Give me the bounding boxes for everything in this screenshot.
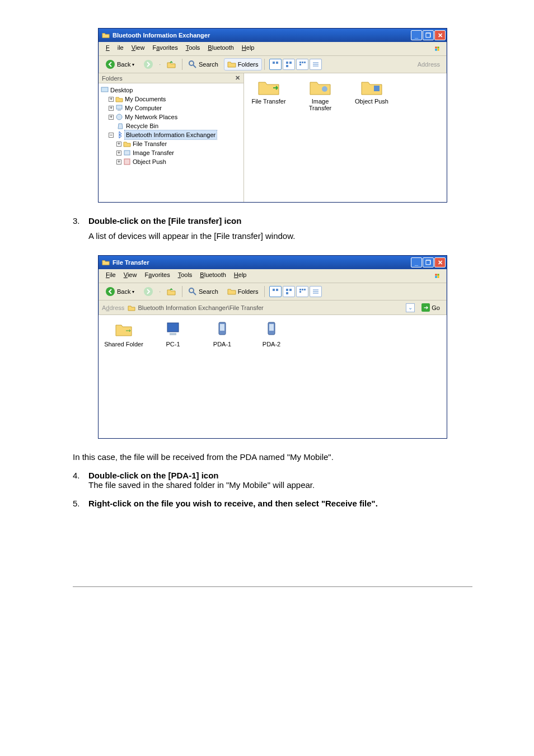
address-bar: Address Bluetooth Information Exchanger\… [99, 300, 447, 315]
menu-file[interactable]: File [102, 270, 120, 281]
view-tiles-button[interactable] [283, 286, 295, 297]
menu-file[interactable]: File [102, 43, 128, 54]
expand-icon[interactable]: + [109, 97, 114, 102]
minimize-button[interactable]: _ [411, 30, 422, 40]
item-label: Shared Folder [104, 341, 143, 348]
maximize-button[interactable]: ❐ [423, 257, 434, 267]
back-label: Back [117, 61, 130, 68]
close-button[interactable]: ✕ [434, 30, 446, 40]
view-list-button[interactable] [310, 59, 322, 70]
collapse-icon[interactable]: − [109, 133, 114, 138]
network-icon [115, 113, 123, 121]
item-pda-1[interactable]: PDA-1 [203, 321, 242, 348]
view-icons-button[interactable] [296, 286, 308, 297]
expand-icon[interactable]: + [109, 106, 114, 111]
svg-line-7 [193, 65, 196, 68]
view-tiles-button[interactable] [283, 59, 295, 70]
step-title: Right-click on the file you wish to rece… [88, 499, 378, 508]
file-transfer-icon [123, 140, 131, 148]
view-thumbnails-button[interactable] [269, 59, 282, 70]
menu-help[interactable]: Help [230, 270, 251, 281]
chevron-down-icon: ▾ [132, 289, 134, 294]
expand-icon[interactable]: + [116, 142, 121, 147]
tree-btex[interactable]: −Bluetooth Information Exchanger [101, 130, 241, 139]
tree-mycomp[interactable]: +My Computer [101, 104, 241, 112]
svg-rect-12 [286, 65, 288, 67]
menu-tools[interactable]: Tools [174, 270, 196, 281]
item-pc-1[interactable]: PC-1 [153, 321, 193, 348]
titlebar[interactable]: File Transfer _ ❐ ✕ [99, 256, 447, 269]
folders-pane: Folders ✕ Desktop +My Documents +My Comp… [99, 73, 244, 202]
menu-bluetooth[interactable]: Bluetooth [196, 270, 230, 281]
forward-button[interactable] [140, 285, 157, 298]
content-pane[interactable]: Shared Folder PC-1 PDA-1 PDA-2 [99, 315, 447, 438]
close-pane-button[interactable]: ✕ [235, 74, 240, 82]
svg-rect-20 [101, 87, 108, 92]
svg-rect-51 [220, 324, 224, 331]
window-title: Bluetooth Information Exchanger [113, 32, 210, 39]
folders-label: Folders [238, 61, 259, 68]
tree-desktop[interactable]: Desktop [101, 86, 241, 95]
address-path[interactable]: Bluetooth Information Exchanger\File Tra… [128, 304, 402, 312]
file-transfer-icon [128, 304, 135, 312]
tree-mynet[interactable]: +My Network Places [101, 112, 241, 121]
file-transfer-icon [102, 259, 110, 266]
view-thumbnails-button[interactable] [269, 286, 282, 297]
step-desc: The file saved in the shared folder in "… [88, 480, 315, 490]
view-icons-button[interactable] [296, 59, 308, 70]
go-button[interactable]: ➔ Go [418, 302, 443, 313]
tree-mydocs[interactable]: +My Documents [101, 95, 241, 104]
tree-recycle[interactable]: Recycle Bin [101, 121, 241, 130]
svg-point-26 [322, 86, 327, 92]
search-button[interactable]: Search [185, 285, 222, 298]
search-button[interactable]: Search [185, 58, 222, 71]
shared-folder-icon [115, 321, 133, 339]
tree-imagetransfer[interactable]: +Image Transfer [101, 148, 241, 157]
back-button[interactable]: Back ▾ [102, 285, 138, 298]
up-button[interactable] [163, 285, 180, 298]
item-label: File Transfer [249, 98, 289, 105]
item-image-transfer[interactable]: Image Transfer [300, 78, 340, 111]
item-label: PDA-1 [203, 341, 242, 348]
chevron-down-icon: ▾ [132, 62, 134, 67]
item-object-push[interactable]: Object Push [352, 78, 392, 105]
up-button[interactable] [163, 58, 180, 71]
minimize-button[interactable]: _ [411, 257, 422, 267]
folders-button[interactable]: Folders [224, 285, 262, 298]
menu-tools[interactable]: Tools [182, 43, 204, 54]
step-number: 4. [73, 471, 88, 490]
item-file-transfer[interactable]: File Transfer [249, 78, 289, 105]
svg-rect-42 [302, 289, 303, 290]
back-button[interactable]: Back ▾ [102, 58, 138, 71]
menu-favorites[interactable]: Favorites [148, 43, 181, 54]
toolbar: Back ▾ · Search Folders [99, 283, 447, 300]
svg-rect-25 [124, 159, 130, 165]
svg-rect-11 [289, 62, 292, 64]
folders-icon [227, 287, 236, 296]
content-pane[interactable]: File Transfer Image Transfer Object Push [244, 73, 447, 202]
close-button[interactable]: ✕ [434, 257, 446, 267]
item-shared-folder[interactable]: Shared Folder [104, 321, 143, 348]
item-label: PC-1 [153, 341, 193, 348]
menu-bluetooth[interactable]: Bluetooth [204, 43, 238, 54]
item-pda-2[interactable]: PDA-2 [252, 321, 291, 348]
tree-objectpush[interactable]: +Object Push [101, 157, 241, 166]
step-3: 3. Double-click on the [File transfer] i… [73, 216, 472, 226]
maximize-button[interactable]: ❐ [423, 30, 434, 40]
expand-icon[interactable]: + [109, 115, 114, 120]
view-list-button[interactable] [310, 286, 322, 297]
menu-favorites[interactable]: Favorites [140, 270, 174, 281]
menubar: File View Favorites Tools Bluetooth Help [99, 269, 447, 283]
window-bluetooth-exchanger: Bluetooth Information Exchanger _ ❐ ✕ Fi… [98, 28, 447, 203]
expand-icon[interactable]: + [116, 159, 121, 165]
tree-filetransfer[interactable]: +File Transfer [101, 139, 241, 148]
folders-button[interactable]: Folders [224, 58, 262, 71]
titlebar[interactable]: Bluetooth Information Exchanger _ ❐ ✕ [99, 29, 447, 42]
forward-button[interactable] [140, 58, 157, 71]
menu-view[interactable]: View [128, 43, 149, 54]
address-dropdown[interactable]: ⌄ [406, 303, 415, 312]
svg-rect-13 [299, 62, 301, 63]
expand-icon[interactable]: + [116, 151, 121, 156]
menu-view[interactable]: View [120, 270, 141, 281]
menu-help[interactable]: Help [238, 43, 259, 54]
